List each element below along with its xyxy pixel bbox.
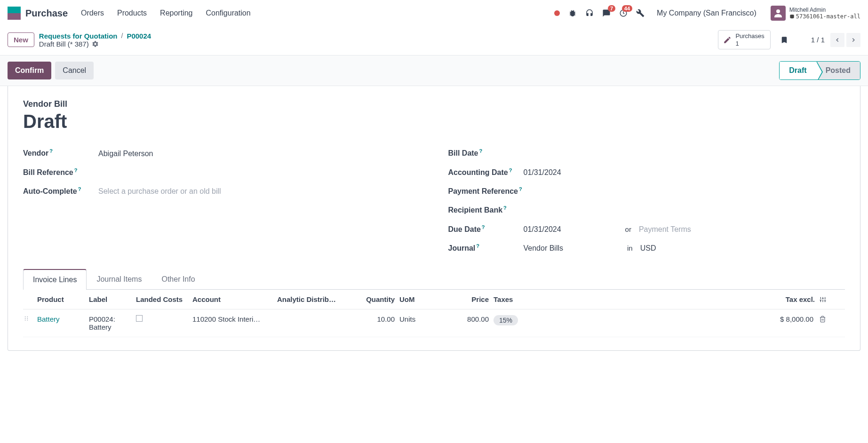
cell-total: $ 8,000.00 (780, 315, 813, 323)
activities-icon[interactable]: 44 (619, 9, 628, 17)
app-name[interactable]: Purchase (25, 8, 68, 19)
messages-badge: 7 (608, 5, 615, 12)
th-account[interactable]: Account (192, 295, 277, 303)
gear-icon[interactable] (92, 40, 99, 47)
label-vendor: Vendor (23, 150, 48, 158)
field-autocomplete[interactable]: Select a purchase order or an old bill (98, 187, 221, 196)
field-journal[interactable]: Vendor Bills (524, 244, 564, 253)
help-icon[interactable]: ? (49, 148, 53, 154)
cell-label[interactable]: P00024: Battery (89, 315, 136, 331)
activities-badge: 44 (622, 5, 632, 12)
journal-in: in (627, 244, 633, 252)
database-icon (789, 14, 795, 19)
help-icon[interactable]: ? (74, 167, 78, 173)
help-icon[interactable]: ? (509, 167, 512, 173)
th-price[interactable]: Price (437, 295, 494, 303)
bookmark-icon[interactable] (780, 35, 788, 45)
cancel-button[interactable]: Cancel (55, 62, 94, 79)
confirm-button[interactable]: Confirm (8, 62, 51, 79)
help-icon[interactable]: ? (78, 186, 81, 192)
svg-point-5 (25, 320, 26, 321)
breadcrumb-sep: / (121, 32, 123, 40)
th-landed[interactable]: Landed Costs (136, 295, 192, 303)
invoice-lines-table: Product Label Landed Costs Account Analy… (23, 290, 845, 337)
th-uom[interactable]: UoM (399, 295, 437, 303)
help-icon[interactable]: ? (482, 224, 485, 230)
user-menu[interactable]: Mitchell Admin 57361061-master-all (771, 6, 860, 21)
user-info: Mitchell Admin 57361061-master-all (789, 7, 860, 20)
breadcrumb-rfq[interactable]: Requests for Quotation (39, 32, 118, 40)
support-icon[interactable] (585, 9, 594, 17)
bug-icon[interactable] (568, 9, 577, 17)
drag-handle-icon[interactable] (23, 315, 37, 322)
columns-options-icon[interactable] (820, 296, 826, 303)
new-button[interactable]: New (8, 32, 34, 47)
th-taxexcl[interactable]: Tax excl. (786, 295, 815, 303)
cell-uom[interactable]: Units (399, 315, 437, 323)
label-pay-ref: Payment Reference (448, 187, 518, 195)
th-product[interactable]: Product (37, 295, 89, 303)
cell-price[interactable]: 800.00 (437, 315, 494, 323)
app-logo[interactable] (8, 7, 21, 20)
label-journal: Journal (448, 244, 476, 252)
field-due-date[interactable]: 01/31/2024 (524, 225, 561, 234)
field-currency[interactable]: USD (640, 244, 656, 253)
th-analytic[interactable]: Analytic Distrib… (277, 295, 352, 303)
chevron-left-icon (834, 37, 841, 43)
breadcrumb-po[interactable]: P00024 (127, 32, 151, 40)
pager-prev-button[interactable] (830, 33, 844, 47)
statusbar: Confirm Cancel Draft Posted (0, 55, 868, 86)
svg-point-7 (27, 318, 28, 319)
breadcrumb-bar: New Requests for Quotation / P00024 Draf… (0, 26, 868, 55)
nav-reporting[interactable]: Reporting (160, 9, 192, 17)
table-row[interactable]: Battery P00024: Battery 110200 Stock Int… (23, 309, 845, 337)
status-posted[interactable]: Posted (816, 62, 860, 79)
tab-journal-items[interactable]: Journal Items (87, 269, 151, 290)
tab-other-info[interactable]: Other Info (151, 269, 205, 290)
edit-icon (723, 36, 732, 44)
field-acc-date[interactable]: 01/31/2024 (524, 168, 561, 177)
avatar-icon (771, 6, 786, 21)
svg-point-8 (27, 320, 28, 321)
form-sheet: Vendor Bill Draft Vendor? Abigail Peters… (8, 86, 860, 351)
record-title: Draft (23, 111, 845, 132)
topbar: Purchase Orders Products Reporting Confi… (0, 0, 868, 26)
pager-count[interactable]: 1 / 1 (811, 36, 825, 44)
record-indicator-icon[interactable] (554, 10, 560, 16)
cell-tax[interactable]: 15% (494, 315, 518, 325)
status-draft[interactable]: Draft (780, 62, 816, 79)
cell-account[interactable]: 110200 Stock Interi… (192, 315, 277, 323)
tab-invoice-lines[interactable]: Invoice Lines (23, 269, 87, 290)
th-taxes[interactable]: Taxes (494, 295, 531, 303)
svg-point-1 (776, 9, 780, 13)
user-name: Mitchell Admin (789, 7, 860, 13)
help-icon[interactable]: ? (476, 243, 479, 249)
nav-orders[interactable]: Orders (81, 9, 104, 17)
label-bill-date: Bill Date (448, 150, 478, 158)
label-due-date: Due Date (448, 225, 481, 233)
nav-configuration[interactable]: Configuration (206, 9, 250, 17)
messages-icon[interactable]: 7 (602, 9, 611, 17)
pager-next-button[interactable] (846, 33, 860, 47)
help-icon[interactable]: ? (503, 205, 507, 211)
cell-qty[interactable]: 10.00 (352, 315, 399, 323)
cell-landed-checkbox[interactable] (136, 315, 143, 322)
chevron-right-icon (850, 37, 857, 43)
help-icon[interactable]: ? (519, 186, 522, 192)
svg-point-4 (25, 318, 26, 319)
company-switcher[interactable]: My Company (San Francisco) (657, 9, 757, 17)
delete-row-icon[interactable] (819, 316, 826, 323)
cell-product[interactable]: Battery (37, 315, 89, 323)
th-label[interactable]: Label (89, 295, 136, 303)
tools-icon[interactable] (636, 9, 645, 17)
label-acc-date: Accounting Date (448, 168, 508, 176)
help-icon[interactable]: ? (479, 148, 483, 154)
field-payment-terms[interactable]: Payment Terms (639, 225, 691, 234)
smartbutton-purchases[interactable]: Purchases 1 (718, 30, 770, 49)
tabs: Invoice Lines Journal Items Other Info (23, 269, 845, 290)
svg-point-6 (27, 316, 28, 317)
field-vendor[interactable]: Abigail Peterson (98, 150, 153, 158)
svg-point-3 (25, 316, 26, 317)
th-qty[interactable]: Quantity (352, 295, 399, 303)
nav-products[interactable]: Products (117, 9, 147, 17)
